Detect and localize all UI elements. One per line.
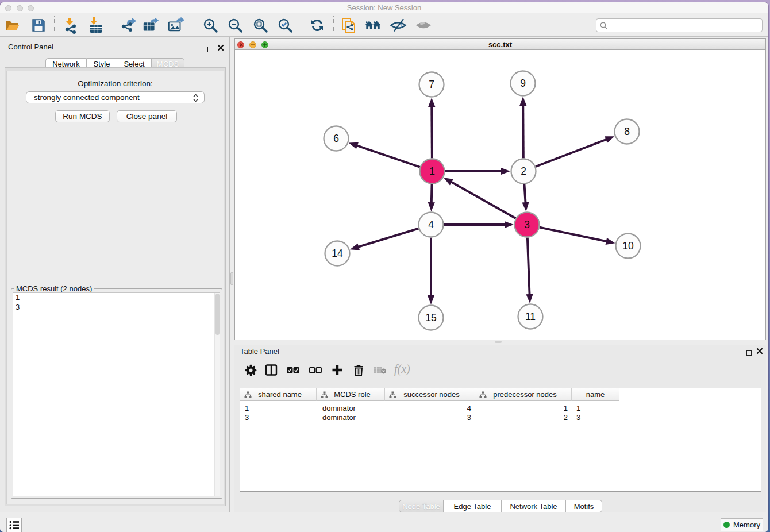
run-mcds-button[interactable]: Run MCDS	[55, 110, 110, 122]
tab-network-table[interactable]: Network Table	[502, 500, 566, 512]
memory-label: Memory	[733, 521, 760, 529]
criterion-select[interactable]: strongly connected component	[26, 91, 205, 103]
table-panel: Table Panel	[234, 345, 766, 512]
table-cell[interactable]: dominator	[322, 404, 356, 413]
graph-edge-2-3[interactable]	[524, 184, 525, 203]
table-cell[interactable]: 3	[576, 413, 580, 422]
graph-node-label: 6	[333, 133, 339, 144]
column-header-predecessor-nodes[interactable]: predecessor nodes	[475, 388, 572, 401]
network-canvas[interactable]: 7968124314101511	[235, 51, 765, 340]
export-table-button[interactable]	[142, 17, 159, 34]
table-panel-title: Table Panel	[240, 347, 279, 356]
network-view-window: scc.txt 7968124314101511	[234, 38, 766, 340]
apply-layout-button[interactable]	[309, 17, 326, 34]
table-deselect-all-button[interactable]	[308, 363, 323, 377]
hide-selected-button[interactable]	[390, 17, 407, 34]
table-settings-button[interactable]	[243, 363, 258, 377]
mcds-panel: Optimization criterion: strongly connect…	[5, 67, 226, 506]
export-network-button[interactable]	[120, 17, 137, 34]
float-icon	[746, 350, 752, 356]
table-cell[interactable]: 3	[245, 413, 249, 422]
graph-edge-3-10[interactable]	[540, 228, 607, 242]
graph-edge-3-1[interactable]	[451, 182, 515, 218]
graph-edge-3-11[interactable]	[528, 237, 530, 295]
table-cell[interactable]: 1	[576, 404, 580, 413]
graph-node-label: 8	[624, 126, 630, 137]
task-history-button[interactable]	[6, 518, 22, 532]
table-cell[interactable]: 4	[430, 404, 471, 413]
tab-edge-table[interactable]: Edge Table	[444, 500, 502, 512]
search-input[interactable]	[596, 18, 763, 32]
table-float-button[interactable]	[746, 348, 752, 358]
control-panel-title: Control Panel	[8, 43, 53, 51]
graph-edge-1-7[interactable]	[432, 106, 432, 159]
table-delete-button[interactable]	[351, 363, 366, 377]
result-scrollbar-thumb[interactable]	[215, 294, 220, 335]
export-image-icon	[167, 17, 184, 34]
table-cell[interactable]: dominator	[322, 413, 356, 422]
table-cell[interactable]: 1	[528, 404, 568, 413]
graph-node-label: 14	[332, 248, 343, 259]
tab-node-table[interactable]: Node Table	[399, 500, 444, 512]
table-delete-table-button[interactable]	[373, 363, 388, 377]
clone-network-button[interactable]	[340, 17, 357, 34]
graph-edge-4-14[interactable]	[357, 229, 418, 248]
table-select-all-button[interactable]	[286, 363, 301, 377]
graph-arrowhead	[526, 294, 533, 303]
zoom-selected-button[interactable]	[276, 17, 294, 34]
table-cell[interactable]: 3	[430, 413, 471, 422]
table-columns-button[interactable]	[264, 363, 279, 377]
vertical-splitter-handle[interactable]	[230, 272, 233, 285]
mcds-result-groupbox: MCDS result (2 nodes) 13	[11, 288, 222, 499]
graph-arrowhead	[350, 244, 360, 250]
save-session-button[interactable]	[30, 17, 47, 34]
graph-edge-2-8[interactable]	[536, 139, 607, 167]
column-header-mcds-role[interactable]: MCDS role	[317, 388, 385, 401]
table-cell[interactable]: 2	[528, 413, 568, 422]
table-function-builder-button[interactable]: f(x)	[394, 363, 410, 376]
graph-node-label: 9	[520, 78, 526, 89]
table-cell[interactable]: 1	[245, 404, 249, 413]
open-session-button[interactable]	[3, 17, 21, 34]
export-network-icon	[120, 17, 137, 34]
zoom-out-button[interactable]	[226, 17, 244, 34]
zoom-fit-button[interactable]	[252, 17, 269, 34]
column-header-successor-nodes[interactable]: successor nodes	[385, 388, 475, 401]
show-all-button[interactable]	[415, 17, 432, 34]
close-panel-button-inner[interactable]: Close panel	[117, 110, 177, 122]
close-x-icon	[756, 348, 763, 354]
graph-edge-1-6[interactable]	[356, 145, 420, 167]
node-table: shared name MCDS role successor nodes	[240, 388, 761, 492]
eye-slash-icon	[390, 17, 407, 33]
column-header-shared-name[interactable]: shared name	[240, 388, 317, 401]
import-network-button[interactable]	[63, 17, 80, 34]
toolbar-separator	[54, 16, 55, 33]
horizontal-splitter-handle[interactable]	[495, 341, 502, 343]
table-add-button[interactable]	[330, 363, 345, 377]
home-button[interactable]	[364, 17, 382, 34]
graph-edge-2-9[interactable]	[523, 105, 523, 159]
graph-arrowhead	[444, 178, 453, 185]
zoom-in-button[interactable]	[202, 17, 219, 34]
zoom-out-icon	[227, 17, 243, 33]
graph-arrowhead	[428, 98, 435, 107]
tab-motifs[interactable]: Motifs	[566, 500, 602, 512]
table-tabs: Node Table Edge Table Network Table Moti…	[399, 500, 602, 512]
result-scrollbar[interactable]	[214, 293, 220, 496]
refresh-icon	[309, 17, 325, 33]
close-panel-button[interactable]	[217, 44, 224, 51]
column-header-name[interactable]: name	[572, 388, 619, 401]
graph-edge-1-4[interactable]	[432, 184, 432, 203]
graph-arrowhead	[501, 168, 510, 175]
zoom-fit-icon	[252, 17, 268, 33]
export-image-button[interactable]	[167, 17, 184, 34]
float-panel-button[interactable]	[207, 44, 213, 55]
memory-button[interactable]: Memory	[721, 518, 763, 531]
graph-node-label: 2	[521, 165, 526, 177]
mcds-result-list[interactable]: 13	[13, 292, 220, 496]
graph-node-label: 3	[524, 219, 530, 230]
main-toolbar	[0, 13, 768, 37]
table-close-button[interactable]	[756, 348, 763, 354]
import-table-button[interactable]	[87, 17, 105, 34]
plus-icon	[332, 364, 343, 376]
